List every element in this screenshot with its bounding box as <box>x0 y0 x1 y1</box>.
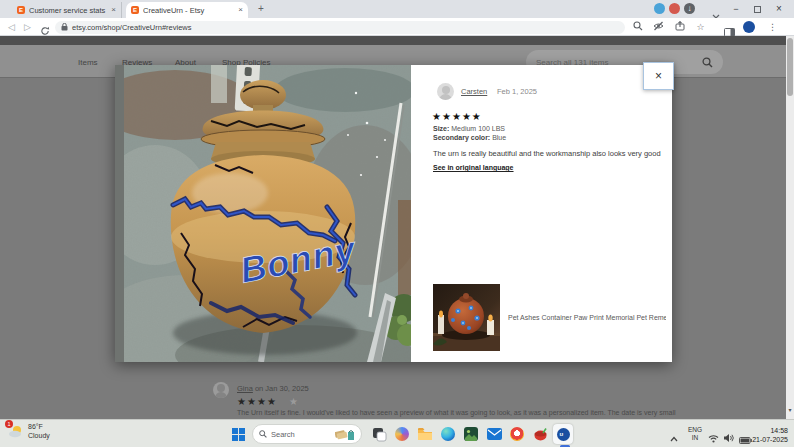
review-color-line: Secondary color: Blue <box>433 134 506 141</box>
date: 21-07-2025 <box>752 436 788 443</box>
weather-widget[interactable]: 1 86°F Cloudy <box>8 423 50 441</box>
zoom-icon[interactable] <box>631 21 644 34</box>
product-thumbnail[interactable] <box>433 284 500 351</box>
lang-line1: ENG <box>688 426 702 433</box>
tray-chevron-icon[interactable] <box>670 428 678 446</box>
color-label: Secondary color: <box>433 134 490 141</box>
modal-close-button[interactable]: × <box>643 62 674 90</box>
scrollbar-down-icon[interactable]: ▾ <box>786 406 794 413</box>
back-icon[interactable]: ◁ <box>8 18 15 36</box>
lang-line2: IN <box>692 434 699 441</box>
etsy-favicon: E <box>17 6 25 14</box>
task-view-icon[interactable] <box>369 424 389 444</box>
search-icon <box>702 57 713 68</box>
taskbar-search[interactable]: Search <box>252 424 362 444</box>
language-indicator[interactable]: ENG IN <box>688 426 702 442</box>
taskbar-clock[interactable]: 14:58 21-07-2025 <box>730 426 788 444</box>
weather-icon: 1 <box>8 423 24 439</box>
color-value: Blue <box>490 134 506 141</box>
size-label: Size: <box>433 125 449 132</box>
star-rating: ★★★★★ <box>432 111 482 122</box>
tab-creativeurn-etsy[interactable]: E CreativeUrn - Etsy × <box>126 2 248 18</box>
review-panel: Carsten Feb 1, 2025 ★★★★★ Size: Medium 1… <box>411 65 672 362</box>
scrollbar-thumb[interactable] <box>787 38 793 96</box>
browser-profile-avatar[interactable] <box>743 21 755 33</box>
temperature: 86°F <box>28 423 43 430</box>
profile-avatar-blue-icon[interactable] <box>654 3 665 14</box>
forward-icon[interactable]: ▷ <box>24 18 31 36</box>
tab-title: CreativeUrn - Etsy <box>143 6 234 15</box>
tab-title: Customer service stats <box>29 6 107 15</box>
new-tab-button[interactable]: + <box>258 4 264 14</box>
minimize-button[interactable]: − <box>729 0 743 18</box>
wifi-icon[interactable] <box>708 429 719 447</box>
reviewer-link[interactable]: Gina <box>237 384 253 393</box>
review-photo-urn[interactable]: Bonny <box>115 65 411 362</box>
url-text: etsy.com/shop/CreativeUrn#reviews <box>72 23 192 32</box>
star-faint: ★ <box>289 396 298 407</box>
active-app-icon[interactable]: ʊ <box>553 424 573 444</box>
review-text: The Urn itself is fine. I would've liked… <box>237 409 737 416</box>
download-icon[interactable]: ↓ <box>684 3 695 14</box>
page-content: Items Reviews About Shop Policies Search… <box>0 36 794 419</box>
address-bar[interactable]: etsy.com/shop/CreativeUrn#reviews <box>55 21 625 34</box>
design-app-icon[interactable] <box>530 424 550 444</box>
avatar <box>213 382 229 398</box>
scrollbar[interactable]: ▾ <box>786 36 794 419</box>
review-size-line: Size: Medium 100 LBS <box>433 125 505 132</box>
review-date: Feb 1, 2025 <box>497 87 537 96</box>
screen: E Customer service stats × E CreativeUrn… <box>0 0 794 447</box>
browser-menu-icon[interactable]: ⋮ <box>766 21 779 34</box>
star-rating: ★★★★ <box>237 396 277 407</box>
background-review-byline: Gina on Jan 30, 2025 <box>237 384 309 393</box>
share-icon[interactable] <box>673 21 686 34</box>
shop-nav-items[interactable]: Items <box>78 58 98 67</box>
browser-tab-strip: E Customer service stats × E CreativeUrn… <box>0 0 794 18</box>
browser-app-icon[interactable] <box>507 424 527 444</box>
tab-customer-service-stats[interactable]: E Customer service stats × <box>12 2 122 18</box>
mail-icon[interactable] <box>484 424 504 444</box>
time: 14:58 <box>770 427 788 434</box>
lock-icon <box>61 23 68 31</box>
profile-avatar-red-icon[interactable] <box>669 3 680 14</box>
reviewer-link[interactable]: Carsten <box>461 87 487 96</box>
windows-logo-icon <box>232 428 245 441</box>
file-explorer-icon[interactable] <box>415 424 435 444</box>
product-title-link[interactable]: Pet Ashes Container Paw Print Memorial P… <box>508 313 666 322</box>
bookmark-star-icon[interactable]: ☆ <box>694 21 707 34</box>
condition: Cloudy <box>28 432 50 439</box>
close-window-button[interactable]: × <box>772 0 786 18</box>
close-tab-icon[interactable]: × <box>238 6 243 14</box>
etsy-favicon: E <box>131 6 139 14</box>
search-highlight-graphic <box>335 427 355 441</box>
browser-toolbar: ◁ ▷ etsy.com/shop/CreativeUrn#reviews ☆ … <box>0 18 794 36</box>
review-modal: Bonny Carsten Feb 1, 2025 ★★★★★ Size: Me… <box>115 65 672 362</box>
see-original-language-link[interactable]: See in original language <box>433 164 514 171</box>
taskbar: 1 86°F Cloudy Search <box>0 419 794 447</box>
close-tab-icon[interactable]: × <box>111 6 116 14</box>
search-placeholder: Search <box>271 430 331 439</box>
notification-badge: 1 <box>5 420 13 428</box>
edge-icon[interactable] <box>438 424 458 444</box>
size-value: Medium 100 LBS <box>449 125 505 132</box>
dimmed-site-topbar <box>0 36 794 45</box>
copilot-icon[interactable] <box>392 424 412 444</box>
reviewer-avatar <box>437 83 454 100</box>
review-text: The urn is really beautiful and the work… <box>433 149 661 159</box>
eye-off-icon[interactable] <box>652 21 665 34</box>
maximize-button[interactable] <box>754 6 761 13</box>
photos-app-icon[interactable] <box>461 424 481 444</box>
weather-text: 86°F Cloudy <box>28 423 50 441</box>
review-date: on Jan 30, 2025 <box>253 384 309 393</box>
search-icon <box>259 430 267 438</box>
background-review: Gina on Jan 30, 2025 ★★★★ ★ The Urn itse… <box>213 382 229 398</box>
start-button[interactable] <box>228 424 248 444</box>
